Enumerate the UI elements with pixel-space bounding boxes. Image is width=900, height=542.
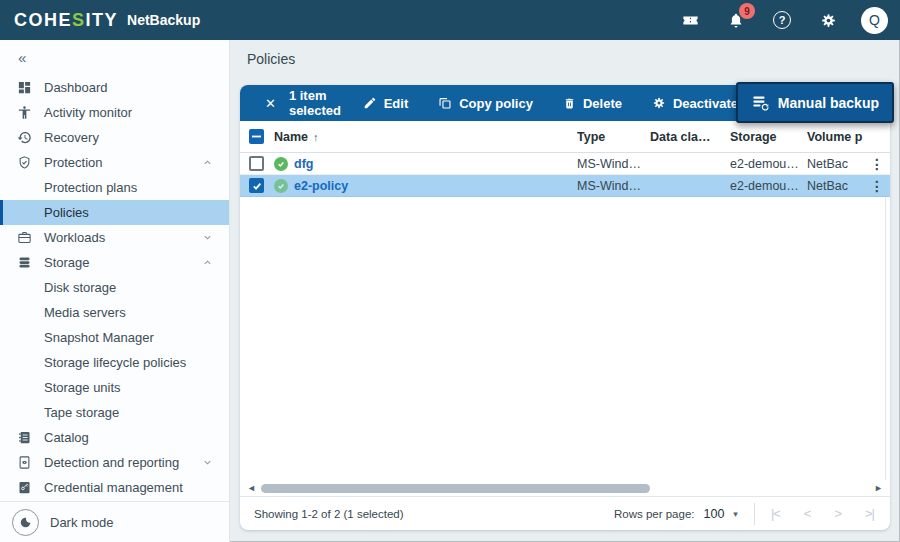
collapse-icon: « [18,49,26,66]
column-header-name[interactable]: Name ↑ [274,130,577,144]
sidebar-item-media-servers[interactable]: Media servers [0,300,229,325]
product-name: NetBackup [127,12,200,28]
sidebar-item-tape-storage[interactable]: Tape storage [0,400,229,425]
workloads-briefcase-icon [16,229,33,246]
rows-per-page-label: Rows per page: [614,508,695,520]
select-all-checkbox[interactable] [249,129,264,144]
logo-text: COHE [14,10,72,30]
logo-text-suffix: ITY [86,10,119,30]
delete-label: Delete [583,96,622,111]
settings-gear-icon[interactable] [817,9,839,31]
app-shell: « Dashboard Activity monitor Recovery Pr… [0,40,900,542]
sidebar-item-credential-management[interactable]: Credential management [0,475,229,500]
policies-card: ✕ 1 item selected Edit Copy policy Delet… [240,85,890,530]
manual-backup-button[interactable]: Manual backup [736,82,894,123]
sidebar-item-snapshot-manager[interactable]: Snapshot Manager [0,325,229,350]
row-menu-kebab-icon[interactable]: ⋮ [864,178,890,194]
scrollbar-track[interactable] [261,484,869,493]
sidebar-item-protection[interactable]: Protection [0,150,229,175]
report-eye-icon [16,454,33,471]
cohesity-logo: COHESITY [14,10,118,31]
sidebar-item-detection-and-reporting[interactable]: Detection and reporting [0,450,229,475]
notification-badge: 9 [739,3,755,19]
copy-policy-label: Copy policy [459,96,533,111]
edit-pencil-icon [363,96,377,110]
sidebar-collapse-button[interactable]: « [0,40,229,75]
cell-storage: e2-demou… [730,157,807,171]
sidebar-item-catalog[interactable]: Catalog [0,425,229,450]
column-header-data-classification[interactable]: Data cla… [650,130,730,144]
row-checkbox-checked[interactable] [249,178,264,193]
chevron-up-icon [202,157,213,168]
chevron-down-icon [202,232,213,243]
activity-monitor-icon [16,104,33,121]
sidebar-item-storage[interactable]: Storage [0,250,229,275]
last-page-icon[interactable]: >| [865,506,874,521]
credential-key-icon [16,479,33,496]
active-status-icon [274,157,288,171]
sidebar-item-storage-units[interactable]: Storage units [0,375,229,400]
table-footer: Showing 1-2 of 2 (1 selected) Rows per p… [240,496,890,530]
protection-shield-icon [16,154,33,171]
showing-count-text: Showing 1-2 of 2 (1 selected) [254,508,404,520]
sidebar: « Dashboard Activity monitor Recovery Pr… [0,40,230,542]
help-icon[interactable]: ? [771,9,793,31]
help-glyph: ? [773,11,791,29]
column-header-volume-pool[interactable]: Volume p [807,130,864,144]
rows-per-page-select[interactable]: 100 [703,507,724,521]
cell-type: MS-Wind… [577,179,650,193]
user-avatar[interactable]: Q [861,7,888,34]
horizontal-scrollbar: ◄ ► [240,480,890,496]
selection-toolbar: ✕ 1 item selected Edit Copy policy Delet… [240,85,890,121]
sidebar-item-workloads[interactable]: Workloads [0,225,229,250]
logo-green-letter: S [72,10,86,30]
clear-selection-button[interactable]: ✕ [265,96,276,111]
table-header: Name ↑ Type Data cla… Storage Volume p [240,121,890,153]
moon-icon [19,516,32,529]
scroll-right-arrow-icon[interactable]: ► [874,484,883,493]
edit-button[interactable]: Edit [363,96,409,111]
toolbar-actions: Edit Copy policy Delete Deactivate [363,96,738,111]
table-row[interactable]: dfg MS-Wind… e2-demou… NetBac ⋮ [240,153,890,175]
chevron-up-icon [202,257,213,268]
sidebar-item-recovery[interactable]: Recovery [0,125,229,150]
dark-mode-label: Dark mode [50,515,114,530]
selection-count-text: 1 item selected [289,88,363,118]
vertical-scrollbar-track [885,197,886,480]
edit-label: Edit [384,96,409,111]
dark-mode-toggle[interactable] [12,509,39,536]
notifications-bell-icon[interactable]: 9 [725,9,747,31]
delete-button[interactable]: Delete [563,96,622,111]
column-header-type[interactable]: Type [577,130,650,144]
storage-disks-icon [16,254,33,271]
sidebar-item-policies[interactable]: Policies [0,200,229,225]
page-title: Policies [247,51,295,67]
sidebar-footer: Dark mode [0,501,229,542]
sidebar-item-disk-storage[interactable]: Disk storage [0,275,229,300]
license-ticket-icon[interactable] [679,9,701,31]
column-header-storage[interactable]: Storage [730,130,807,144]
row-menu-kebab-icon[interactable]: ⋮ [864,156,890,172]
catalog-book-icon [16,429,33,446]
sidebar-item-protection-plans[interactable]: Protection plans [0,175,229,200]
app-root: { "colors": { "header_bg": "#1e4a63", "t… [0,0,900,542]
previous-page-icon[interactable]: < [804,506,811,521]
deactivate-button[interactable]: Deactivate [652,96,738,111]
sidebar-item-activity-monitor[interactable]: Activity monitor [0,100,229,125]
sidebar-item-storage-lifecycle-policies[interactable]: Storage lifecycle policies [0,350,229,375]
scrollbar-thumb[interactable] [261,484,650,493]
sidebar-item-dashboard[interactable]: Dashboard [0,75,229,100]
policy-name-link[interactable]: e2-policy [294,179,348,193]
copy-policy-button[interactable]: Copy policy [438,96,533,111]
policy-name-link[interactable]: dfg [294,157,313,171]
recovery-history-icon [16,129,33,146]
scroll-left-arrow-icon[interactable]: ◄ [247,484,256,493]
table-row[interactable]: e2-policy MS-Wind… e2-demou… NetBac ⋮ [240,175,890,197]
dropdown-caret-icon[interactable]: ▾ [733,509,738,519]
row-checkbox[interactable] [249,156,264,171]
next-page-icon[interactable]: > [834,506,841,521]
deactivate-label: Deactivate [673,96,738,111]
first-page-icon[interactable]: |< [771,506,780,521]
cell-storage: e2-demou… [730,179,807,193]
manual-backup-label: Manual backup [778,95,879,111]
